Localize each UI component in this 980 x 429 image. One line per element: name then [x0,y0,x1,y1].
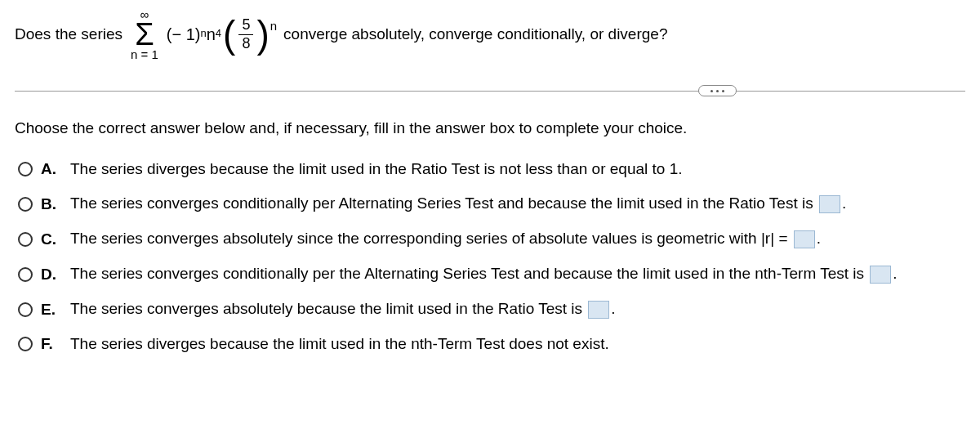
question-row: Does the series ∞ Σ n = 1 (− 1)nn4 ( 5 8… [15,8,965,60]
exp-n-1: n [200,27,206,39]
fraction-denominator: 8 [238,36,253,52]
choice-label-f: F. [41,335,57,353]
instruction-text: Choose the correct answer below and, if … [15,119,965,137]
dot-icon [722,90,724,92]
fraction: 5 8 [238,17,253,52]
divider-row [15,85,965,96]
choice-a: A. The series diverges because the limit… [18,160,965,178]
exp-4: 4 [216,27,221,39]
divider-line [15,91,965,92]
right-paren-icon: ) [256,21,269,47]
more-options-button[interactable] [698,85,737,96]
series-term: (− 1)nn4 ( 5 8 ) n [167,17,278,52]
dot-icon [710,90,713,92]
choice-c: C. The series converges absolutely since… [18,230,965,248]
sigma-group: ∞ Σ n = 1 [131,8,158,60]
radio-b[interactable] [18,197,33,212]
outer-exponent: n [270,19,277,33]
answer-box-d[interactable] [870,266,891,284]
choice-text-d: The series converges conditionally per t… [70,265,898,284]
radio-e[interactable] [18,302,33,317]
answer-box-b[interactable] [819,195,840,213]
series-expression: ∞ Σ n = 1 (− 1)nn4 ( 5 8 ) n [127,8,278,60]
radio-f[interactable] [18,337,33,351]
choice-d-after: . [893,265,897,282]
choice-b: B. The series converges conditionally pe… [18,194,965,213]
choice-e-after: . [611,300,615,317]
answer-box-e[interactable] [588,301,609,319]
fraction-numerator: 5 [238,17,253,34]
answer-box-c[interactable] [794,230,815,248]
choice-c-after: . [817,230,821,247]
choice-d: D. The series converges conditionally pe… [18,265,965,284]
question-text-before: Does the series [15,25,122,43]
choice-text-b: The series converges conditionally per A… [70,194,846,213]
choice-text-f: The series diverges because the limit us… [70,335,609,353]
radio-c[interactable] [18,232,33,247]
choice-e-before: The series converges absolutely because … [70,300,586,317]
choice-text-a: The series diverges because the limit us… [70,160,683,178]
choice-label-e: E. [41,301,57,319]
choice-c-before: The series converges absolutely since th… [70,230,792,247]
choice-f: F. The series diverges because the limit… [18,335,965,353]
choice-b-before: The series converges conditionally per A… [70,194,817,212]
fraction-paren: ( 5 8 ) n [223,17,277,52]
question-text-after: converge absolutely, converge conditiona… [283,25,667,43]
radio-d[interactable] [18,267,33,282]
choice-text-e: The series converges absolutely because … [70,300,616,319]
choice-list: A. The series diverges because the limit… [18,160,965,353]
choice-label-c: C. [41,230,57,248]
dot-icon [716,90,719,92]
sigma-lower: n = 1 [131,48,158,60]
choice-label-a: A. [41,160,57,178]
choice-d-before: The series converges conditionally per t… [70,265,868,282]
sigma-symbol: Σ [135,20,154,48]
radio-a[interactable] [18,162,33,177]
choice-b-after: . [842,194,846,212]
n-factor: n [207,25,216,44]
left-paren-icon: ( [223,21,235,47]
choice-e: E. The series converges absolutely becau… [18,300,965,319]
neg-one-base: (− 1) [167,25,201,44]
choice-label-d: D. [41,266,57,284]
choice-text-c: The series converges absolutely since th… [70,230,821,248]
choice-label-b: B. [41,195,57,213]
